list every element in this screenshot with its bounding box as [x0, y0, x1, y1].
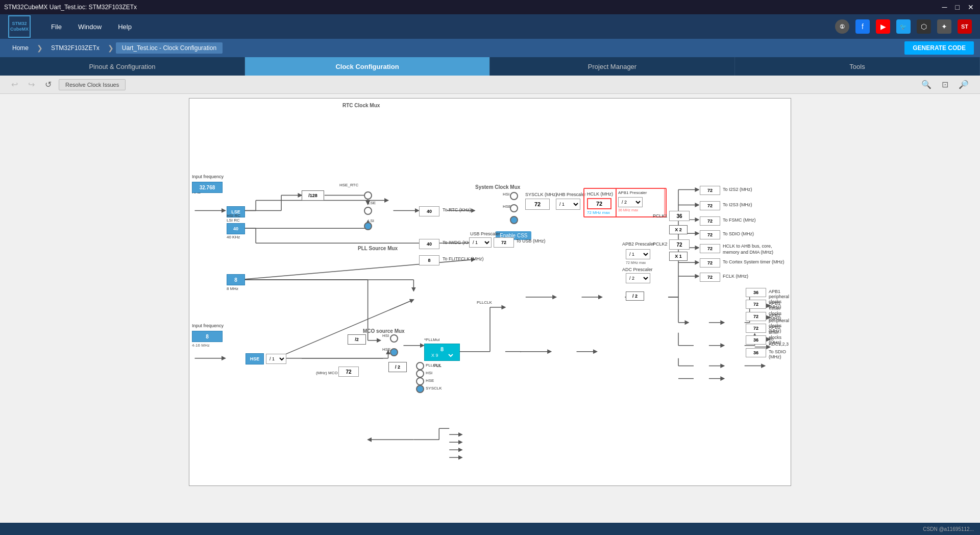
- hsi-rc-label: HSI RC: [227, 213, 240, 218]
- sys-mux-hsi[interactable]: [510, 192, 518, 200]
- hclk-value[interactable]: 72: [587, 198, 611, 209]
- lsi-block: 40: [227, 223, 245, 234]
- sysclk-value[interactable]: 72: [525, 199, 550, 210]
- ahb-prescaler-label: AHB Prescaler: [556, 192, 586, 197]
- ahb-prescaler-select[interactable]: / 1 / 2 / 4: [556, 199, 580, 210]
- usb-prescaler-select[interactable]: / 1 / 1.5: [469, 237, 492, 248]
- hsi-rc-block: 8: [227, 274, 245, 285]
- hsi-mco-label: HSI: [426, 371, 432, 375]
- tab-project[interactable]: Project Manager: [490, 57, 735, 76]
- to-i2s3-value: 72: [700, 201, 720, 210]
- fit-button[interactable]: ⊡: [939, 78, 951, 91]
- clock-diagram: RTC Clock Mux System Clock Mux PLL Sourc…: [189, 98, 791, 486]
- redo-button[interactable]: ↪: [25, 78, 38, 91]
- rtc-mux-circle-3[interactable]: [364, 222, 372, 230]
- to-i2s2-label: To I2S2 (MHz): [723, 187, 752, 192]
- diagram-svg: [189, 99, 791, 485]
- version-icon: ①: [835, 19, 849, 34]
- hse-pll-label: HSE: [382, 347, 390, 352]
- breadcrumb-device[interactable]: STM32F103ZETx: [45, 42, 106, 54]
- breadcrumb-current[interactable]: Uart_Test.ioc - Clock Configuration: [116, 42, 223, 54]
- youtube-icon[interactable]: ▶: [876, 19, 890, 34]
- github-icon[interactable]: ⬡: [917, 19, 931, 34]
- mco-value: 72: [338, 367, 359, 377]
- facebook-icon[interactable]: f: [855, 19, 870, 34]
- mco-mux-hse[interactable]: [416, 377, 424, 385]
- community-icon[interactable]: ✦: [937, 19, 951, 34]
- menu-window[interactable]: Window: [78, 23, 102, 31]
- pll-mul-select[interactable]: X 9 X 8 X 6: [429, 352, 455, 358]
- apb1-label: APB1 Prescaler: [618, 190, 647, 195]
- to-iwdg-value: 40: [419, 239, 439, 249]
- lse-value-block[interactable]: 32.768: [192, 182, 223, 193]
- fclk-value: 72: [700, 273, 720, 282]
- pll-mux-circle-hsi[interactable]: [390, 334, 398, 343]
- usb-out-value: 72: [494, 237, 514, 248]
- hse-prescaler-select[interactable]: / 1 / 2: [266, 354, 286, 364]
- mco-div2-block: / 2: [388, 362, 407, 372]
- apb2-prescaler-select[interactable]: / 1 / 2: [626, 249, 650, 259]
- apb1-peripheral-value: 36: [746, 288, 766, 297]
- apb2-peripheral-value: 72: [746, 312, 766, 321]
- mco-mux-hsi[interactable]: [416, 370, 424, 378]
- adc-prescaler-select[interactable]: / 2 / 4 / 6 / 8: [626, 273, 650, 283]
- mco-mux-sysclk[interactable]: [416, 385, 424, 393]
- system-clock-mux-label: System Clock Mux: [475, 184, 520, 190]
- hsi-sys-label: HSI: [503, 192, 509, 197]
- apb1-timer-value: 72: [746, 300, 766, 309]
- sdio-div2-block: / 2: [626, 291, 644, 301]
- undo-button[interactable]: ↩: [8, 78, 21, 91]
- apb2-x1-block: X 1: [669, 252, 688, 261]
- twitter-icon[interactable]: 🐦: [896, 19, 911, 34]
- breadcrumb-bar: Home ❯ STM32F103ZETx ❯ Uart_Test.ioc - C…: [0, 39, 980, 57]
- rtc-mux-circle-1[interactable]: [364, 191, 372, 200]
- pll-mux-circle-hse[interactable]: [390, 348, 398, 356]
- hclk-max-label: 72 MHz max: [587, 210, 610, 215]
- to-flitfclk-label: To FLITFCLK (MHz): [443, 256, 484, 261]
- breadcrumb-sep-2: ❯: [108, 44, 114, 52]
- freq-range-label: 4-16 MHz: [192, 343, 210, 348]
- apb1-prescaler-select[interactable]: / 2 / 1 / 4: [618, 197, 643, 207]
- sys-mux-hse[interactable]: [510, 204, 518, 212]
- lse-rtc-label: LSE: [368, 201, 376, 205]
- minimize-button[interactable]: ─: [940, 3, 949, 11]
- pclk2-label: PCLK2: [653, 241, 668, 247]
- mco-out-mhz-label: (MHz) MCO: [316, 371, 338, 375]
- breadcrumb-home[interactable]: Home: [6, 42, 35, 54]
- pclk1-value[interactable]: 36: [669, 211, 690, 221]
- generate-code-button[interactable]: GENERATE CODE: [904, 41, 974, 55]
- sysclk-mco-label: SYSCLK: [426, 386, 442, 391]
- close-button[interactable]: ✕: [966, 3, 976, 11]
- adc-label: ADC Prescaler: [622, 267, 653, 272]
- maximize-button[interactable]: □: [953, 3, 962, 11]
- refresh-button[interactable]: ↺: [42, 78, 55, 91]
- menu-file[interactable]: File: [51, 23, 62, 31]
- logo: STM32CubeMX: [8, 15, 31, 38]
- sys-mux-pll[interactable]: [510, 216, 518, 224]
- st-icon[interactable]: ST: [958, 19, 972, 34]
- menu-help[interactable]: Help: [118, 23, 132, 31]
- rtc-mux-circle-2[interactable]: [364, 207, 372, 215]
- zoom-in-button[interactable]: 🔍: [918, 78, 935, 91]
- pclk2-value[interactable]: 72: [669, 239, 690, 250]
- hse-rtc-label: HSE_RTC: [339, 183, 358, 187]
- hsi-8mhz-label: 8 MHz: [227, 286, 238, 291]
- menu-items: File Window Help: [51, 23, 132, 31]
- cortex-timer-value: 72: [700, 258, 720, 268]
- tab-tools[interactable]: Tools: [735, 57, 980, 76]
- mco-mux-pllclk[interactable]: [416, 362, 424, 370]
- usb-prescaler-label: USB Prescaler: [470, 231, 500, 236]
- pll-mul-value[interactable]: 8: [440, 346, 444, 352]
- resolve-clock-issues-button[interactable]: Resolve Clock Issues: [59, 79, 126, 90]
- adc-out-label: To ADC1,2,3: [769, 336, 791, 347]
- pll-mul-label: *PLLMul: [424, 337, 439, 342]
- title-bar: STM32CubeMX Uart_Test.ioc: STM32F103ZETx…: [0, 0, 980, 14]
- hse-value-block[interactable]: 8: [192, 331, 223, 342]
- zoom-out-button[interactable]: 🔎: [955, 78, 972, 91]
- tab-pinout[interactable]: Pinout & Configuration: [0, 57, 245, 76]
- to-rtc-label: To RTC (KHz): [443, 207, 471, 212]
- pclk1-label: PCLK1: [653, 213, 668, 218]
- tab-clock[interactable]: Clock Configuration: [245, 57, 490, 76]
- title-bar-title: STM32CubeMX Uart_Test.ioc: STM32F103ZETx: [4, 4, 137, 11]
- to-i2s3-label: To I2S3 (MHz): [723, 202, 752, 207]
